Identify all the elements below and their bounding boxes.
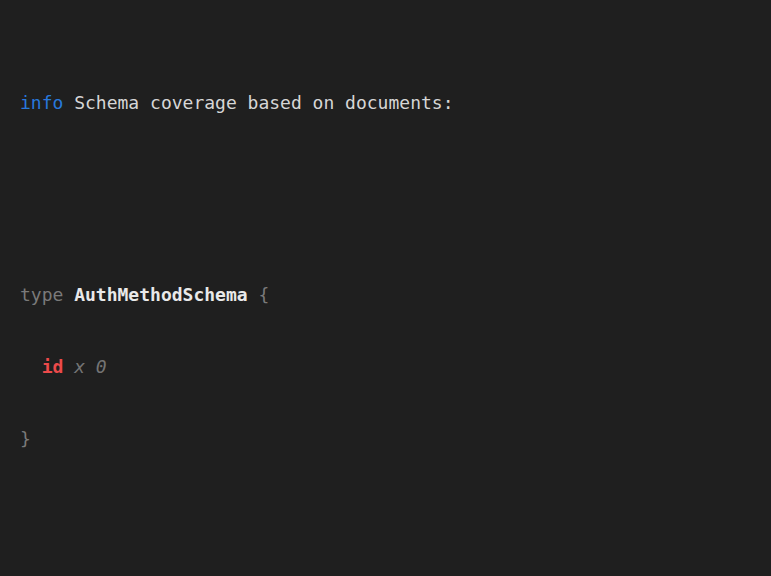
field-name: id xyxy=(42,355,64,379)
field-line: idx 0 xyxy=(20,355,757,379)
type-open-line: typeAuthMethodSchema{ xyxy=(20,283,757,307)
close-brace: } xyxy=(20,427,31,451)
info-line: infoSchema coverage based on documents: xyxy=(20,91,757,115)
field-count: x 0 xyxy=(74,355,107,379)
open-brace: { xyxy=(258,283,269,307)
type-keyword: type xyxy=(20,283,63,307)
info-label: info xyxy=(20,91,63,115)
info-message: Schema coverage based on documents: xyxy=(74,91,453,115)
type-name: AuthMethodSchema xyxy=(74,283,247,307)
blank-line xyxy=(20,187,757,211)
type-close-line: } xyxy=(20,427,757,451)
terminal-output[interactable]: infoSchema coverage based on documents: … xyxy=(0,0,771,576)
blank-line xyxy=(20,523,757,547)
